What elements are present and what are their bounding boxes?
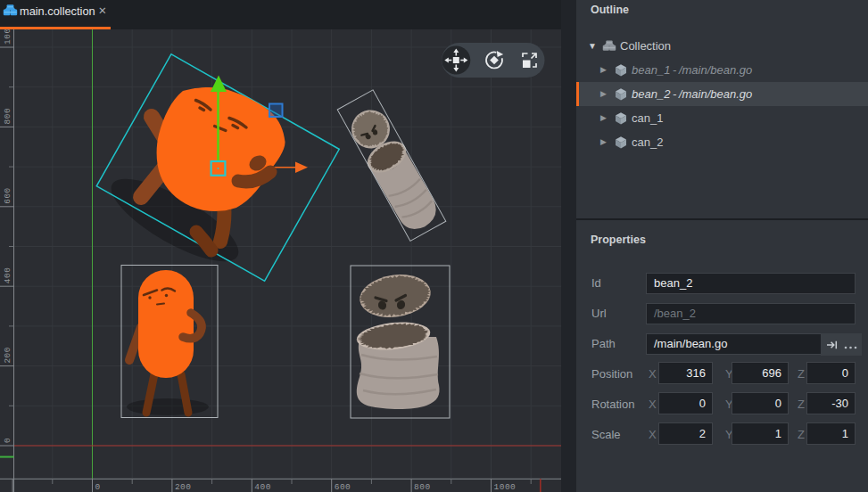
svg-text:800: 800	[414, 482, 431, 492]
svg-text:600: 600	[335, 482, 351, 492]
svg-text:400: 400	[3, 267, 12, 284]
svg-text:800: 800	[3, 108, 12, 125]
svg-text:200: 200	[3, 347, 12, 364]
svg-text:0: 0	[95, 482, 101, 492]
svg-text:400: 400	[254, 482, 271, 492]
svg-text:0: 0	[3, 438, 12, 443]
svg-text:1000: 1000	[494, 482, 517, 492]
svg-text:600: 600	[3, 187, 12, 204]
svg-text:200: 200	[175, 482, 192, 492]
svg-text:1000: 1000	[3, 29, 12, 45]
